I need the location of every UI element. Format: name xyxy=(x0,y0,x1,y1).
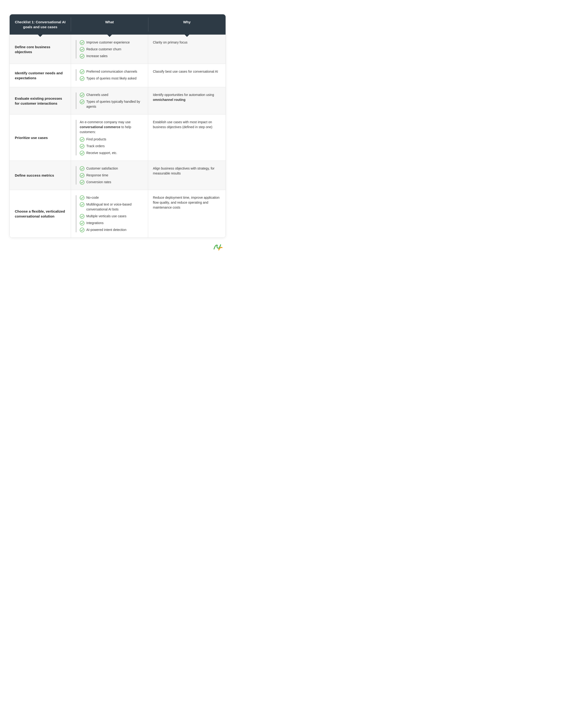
check-item: Channels used xyxy=(80,93,143,97)
row-why: Classify best use cases for conversation… xyxy=(148,64,226,87)
check-item-text: AI-powered intent detection xyxy=(86,228,126,232)
logo-area xyxy=(9,238,226,251)
check-item: Customer satisfaction xyxy=(80,166,143,171)
what-divider xyxy=(76,166,76,185)
row-label: Evaluate existing processes for customer… xyxy=(10,87,71,114)
check-item-text: Preferred communication channels xyxy=(86,69,137,74)
svg-point-2 xyxy=(80,54,84,58)
row-what: Channels used Types of queries typically… xyxy=(71,87,148,114)
what-divider xyxy=(76,69,76,81)
checklist-table: Checklist 1: Conversational AI goals and… xyxy=(9,14,226,238)
check-item-text: Reduce customer churn xyxy=(86,47,121,52)
why-text: Classify best use cases for conversation… xyxy=(153,70,218,73)
check-item: Conversion rates xyxy=(80,180,143,185)
table-row: Identify customer needs and expectations… xyxy=(10,64,226,87)
check-item-text: Receive support, etc. xyxy=(86,151,118,155)
check-item: Track orders xyxy=(80,144,143,149)
header-col3: Why xyxy=(148,14,226,34)
svg-point-0 xyxy=(80,41,84,45)
svg-point-7 xyxy=(80,137,84,141)
header-col1: Checklist 1: Conversational AI goals and… xyxy=(10,14,71,34)
row-label: Define success metrics xyxy=(10,161,71,190)
check-item-text: Find products xyxy=(86,137,106,142)
svg-point-1 xyxy=(80,47,84,52)
what-content: Customer satisfaction Response time Conv… xyxy=(80,166,143,185)
check-item: Find products xyxy=(80,137,143,142)
what-plain-text: An e-commerce company may use conversati… xyxy=(80,120,143,134)
check-item-text: Improve customer experience xyxy=(86,40,130,45)
svg-point-4 xyxy=(80,76,84,81)
svg-point-3 xyxy=(80,70,84,74)
check-item-text: Track orders xyxy=(86,144,105,149)
row-what: Improve customer experience Reduce custo… xyxy=(71,35,148,64)
svg-point-17 xyxy=(80,228,84,232)
why-text: Clarity on primary focus xyxy=(153,41,187,44)
svg-point-6 xyxy=(80,100,84,104)
check-item-text: Multiple verticals use cases xyxy=(86,214,126,219)
check-item: No-code xyxy=(80,195,143,200)
row-why: Reduce deployment time, improve applicat… xyxy=(148,190,226,237)
check-item: Preferred communication channels xyxy=(80,69,143,74)
header-arrow-2 xyxy=(107,34,112,37)
why-text: Align business objectives with strategy,… xyxy=(153,166,214,175)
header-col2: What xyxy=(71,14,148,34)
check-item: Multilingual text or voice-based convers… xyxy=(80,202,143,212)
header-col1-text: Checklist 1: Conversational AI goals and… xyxy=(15,20,66,29)
brand-logo xyxy=(212,242,224,251)
check-item-text: Types of queries most likely asked xyxy=(86,76,136,81)
check-item: Types of queries typically handled by ag… xyxy=(80,99,143,109)
check-item-text: Conversion rates xyxy=(86,180,111,185)
row-label: Identify customer needs and expectations xyxy=(10,64,71,87)
check-item: Types of queries most likely asked xyxy=(80,76,143,81)
check-item-text: No-code xyxy=(86,195,99,200)
check-item-text: Integrations xyxy=(86,220,103,226)
row-why: Align business objectives with strategy,… xyxy=(148,161,226,190)
table-row: Choose a flexible, verticalized conversa… xyxy=(10,190,226,237)
svg-point-16 xyxy=(80,221,84,225)
table-row: Evaluate existing processes for customer… xyxy=(10,87,226,114)
check-item: Response time xyxy=(80,173,143,178)
svg-point-5 xyxy=(80,93,84,97)
row-what: An e-commerce company may use conversati… xyxy=(71,114,148,161)
row-label: Define core business objectives xyxy=(10,35,71,64)
table-row: Define core business objectives Improve … xyxy=(10,34,226,64)
svg-point-14 xyxy=(80,203,84,207)
check-item: Increase sales xyxy=(80,54,143,58)
header-arrow-1 xyxy=(38,34,43,37)
svg-point-15 xyxy=(80,214,84,218)
check-item: Reduce customer churn xyxy=(80,47,143,52)
what-divider xyxy=(76,195,76,232)
svg-point-11 xyxy=(80,173,84,178)
check-item: AI-powered intent detection xyxy=(80,228,143,232)
why-text: Reduce deployment time, improve applicat… xyxy=(153,196,220,209)
header-row: Checklist 1: Conversational AI goals and… xyxy=(10,14,226,34)
what-divider xyxy=(76,120,76,155)
row-label: Prioritize use cases xyxy=(10,114,71,161)
svg-point-13 xyxy=(80,196,84,200)
row-why: Clarity on primary focus xyxy=(148,35,226,64)
what-content: No-code Multilingual text or voice-based… xyxy=(80,195,143,232)
check-item: Improve customer experience xyxy=(80,40,143,45)
what-divider xyxy=(76,40,76,58)
check-item: Multiple verticals use cases xyxy=(80,214,143,219)
check-item-text: Response time xyxy=(86,173,108,178)
header-arrow-3 xyxy=(185,34,189,37)
check-item-text: Customer satisfaction xyxy=(86,166,118,171)
row-why: Identify opportunities for automation us… xyxy=(148,87,226,114)
row-why: Establish use cases with most impact on … xyxy=(148,114,226,161)
header-col2-text: What xyxy=(105,20,114,24)
row-what: No-code Multilingual text or voice-based… xyxy=(71,190,148,237)
table-row: Define success metrics Customer satisfac… xyxy=(10,161,226,190)
svg-point-12 xyxy=(80,180,84,184)
svg-point-9 xyxy=(80,151,84,155)
what-content: Preferred communication channels Types o… xyxy=(80,69,143,81)
row-what: Preferred communication channels Types o… xyxy=(71,64,148,87)
what-content: Channels used Types of queries typically… xyxy=(80,93,143,109)
svg-point-10 xyxy=(80,166,84,171)
header-col3-text: Why xyxy=(183,20,191,24)
what-divider xyxy=(76,93,76,109)
check-item-text: Channels used xyxy=(86,93,108,97)
why-text: Identify opportunities for automation us… xyxy=(153,93,214,102)
check-item: Receive support, etc. xyxy=(80,151,143,155)
check-item-text: Increase sales xyxy=(86,54,107,58)
